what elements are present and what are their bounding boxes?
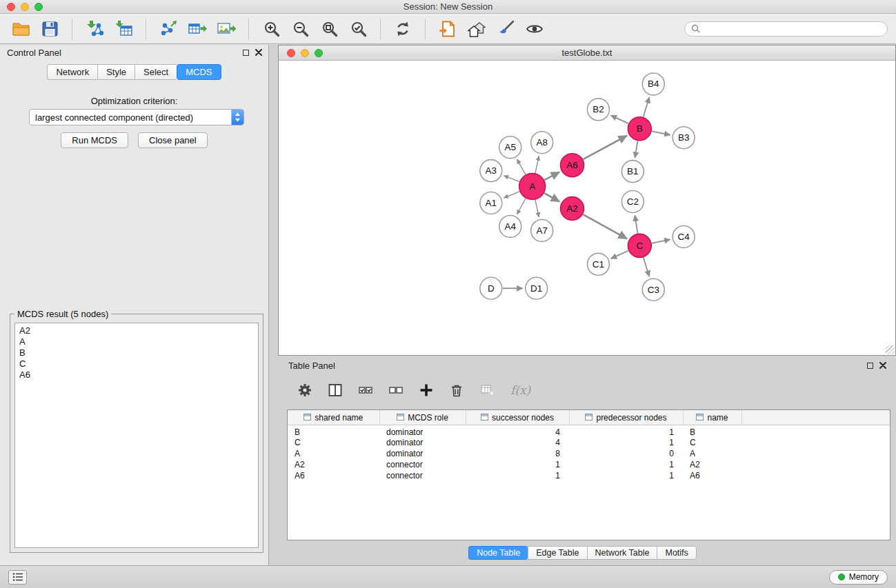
- select-all-button[interactable]: [357, 382, 374, 398]
- edge-B-B1[interactable]: [635, 141, 638, 158]
- run-mcds-button[interactable]: Run MCDS: [61, 132, 128, 148]
- resize-grip[interactable]: [886, 345, 895, 354]
- close-window-icon[interactable]: [7, 3, 15, 11]
- edge-A-A6[interactable]: [544, 172, 559, 181]
- node-B4[interactable]: B4: [642, 73, 664, 95]
- edge-C-C1[interactable]: [611, 251, 628, 258]
- node-C3[interactable]: C3: [642, 278, 664, 301]
- edge-B-B4[interactable]: [644, 97, 650, 117]
- table-row[interactable]: Adominator80A: [288, 448, 890, 459]
- export-table-button[interactable]: [185, 17, 210, 41]
- dropdown-stepper-icon[interactable]: [231, 110, 243, 125]
- import-table-button[interactable]: [111, 17, 136, 41]
- tab-edge-table[interactable]: Edge Table: [528, 546, 586, 560]
- float-panel-icon[interactable]: [243, 50, 249, 56]
- zoom-selected-button[interactable]: [346, 17, 370, 41]
- show-columns-button[interactable]: [327, 382, 344, 398]
- show-hide-button[interactable]: [522, 17, 547, 41]
- delete-column-button[interactable]: [448, 382, 465, 398]
- node-B1[interactable]: B1: [621, 161, 644, 183]
- table-row[interactable]: A6connector11A6: [288, 470, 890, 481]
- column-header-shared-name[interactable]: shared name: [288, 410, 379, 425]
- network-canvas[interactable]: B4B2BB3A8A5A6A3B1AC2A1A2A4A7C4CC1C3DD1: [279, 61, 895, 355]
- edge-B-B3[interactable]: [652, 131, 670, 134]
- save-session-button[interactable]: [37, 17, 62, 41]
- tab-network[interactable]: Network: [47, 64, 97, 80]
- node-A2[interactable]: A2: [561, 197, 584, 221]
- edge-A-A3[interactable]: [504, 176, 519, 182]
- edge-A-A7[interactable]: [535, 200, 539, 217]
- edge-A2-C[interactable]: [583, 214, 627, 239]
- column-header-name[interactable]: name: [683, 410, 741, 425]
- minimize-network-window-icon[interactable]: [301, 49, 309, 57]
- zoom-window-icon[interactable]: [34, 3, 43, 11]
- edge-A6-B[interactable]: [583, 136, 627, 159]
- column-header-MCDS-role[interactable]: MCDS role: [379, 410, 466, 425]
- node-C[interactable]: C: [628, 234, 651, 257]
- tab-select[interactable]: Select: [135, 64, 177, 80]
- export-network-button[interactable]: [156, 17, 181, 41]
- edge-C-C4[interactable]: [652, 239, 670, 243]
- table-row[interactable]: Bdominator41B: [288, 425, 890, 437]
- close-panel-button[interactable]: Close panel: [138, 132, 208, 148]
- edge-A-A2[interactable]: [544, 193, 559, 201]
- refresh-button[interactable]: [390, 17, 415, 41]
- node-A[interactable]: A: [519, 174, 546, 200]
- close-network-window-icon[interactable]: [287, 49, 295, 57]
- new-document-button[interactable]: [435, 17, 460, 41]
- node-A7[interactable]: A7: [531, 219, 553, 241]
- table-row[interactable]: A2connector11A2: [288, 459, 890, 470]
- tab-network-table[interactable]: Network Table: [587, 546, 657, 560]
- task-history-button[interactable]: [8, 570, 27, 585]
- zoom-fit-button[interactable]: [317, 17, 341, 41]
- network-window-titlebar[interactable]: testGlobe.txt: [279, 45, 895, 61]
- edge-A-A8[interactable]: [535, 156, 539, 173]
- add-column-button[interactable]: [418, 382, 435, 398]
- network-graph[interactable]: B4B2BB3A8A5A6A3B1AC2A1A2A4A7C4CC1C3DD1: [279, 61, 895, 355]
- tab-node-table[interactable]: Node Table: [468, 546, 528, 560]
- node-A5[interactable]: A5: [499, 136, 521, 159]
- edge-A-A4[interactable]: [517, 199, 526, 214]
- table-row[interactable]: Cdominator41C: [288, 437, 890, 448]
- function-builder-button[interactable]: f(x): [510, 383, 530, 397]
- column-header-successor-nodes[interactable]: successor nodes: [466, 410, 569, 425]
- node-B[interactable]: B: [628, 117, 651, 141]
- criterion-dropdown[interactable]: largest connected component (directed): [29, 109, 244, 125]
- edge-B-B2[interactable]: [611, 115, 629, 123]
- node-A6[interactable]: A6: [561, 154, 584, 177]
- edge-A-A1[interactable]: [504, 192, 519, 198]
- node-C1[interactable]: C1: [587, 253, 609, 275]
- deselect-all-button[interactable]: [388, 382, 404, 398]
- node-C2[interactable]: C2: [621, 191, 644, 213]
- memory-button[interactable]: Memory: [829, 570, 888, 585]
- edge-C-C3[interactable]: [644, 258, 650, 277]
- node-D1[interactable]: D1: [526, 277, 548, 299]
- node-A3[interactable]: A3: [480, 160, 502, 182]
- tab-mcds[interactable]: MCDS: [177, 64, 221, 80]
- search-field[interactable]: [684, 21, 888, 37]
- table-settings-button[interactable]: [297, 382, 313, 398]
- zoom-in-button[interactable]: [259, 17, 283, 41]
- import-network-button[interactable]: [82, 17, 107, 41]
- edge-A-A5[interactable]: [517, 159, 526, 174]
- minimize-window-icon[interactable]: [21, 3, 29, 11]
- search-input[interactable]: [704, 24, 881, 34]
- open-session-button[interactable]: [8, 17, 33, 41]
- tab-motifs[interactable]: Motifs: [657, 546, 696, 560]
- node-C4[interactable]: C4: [673, 225, 695, 247]
- zoom-network-window-icon[interactable]: [315, 49, 323, 57]
- node-A1[interactable]: A1: [480, 192, 502, 214]
- float-table-panel-icon[interactable]: [867, 363, 873, 369]
- export-image-button[interactable]: [214, 17, 239, 41]
- node-D[interactable]: D: [480, 277, 502, 299]
- node-A8[interactable]: A8: [531, 132, 553, 154]
- tab-style[interactable]: Style: [97, 64, 135, 80]
- zoom-out-button[interactable]: [288, 17, 312, 41]
- mcds-result-list[interactable]: A2ABCA6: [14, 323, 259, 548]
- style-button[interactable]: [493, 17, 518, 41]
- node-B3[interactable]: B3: [673, 127, 695, 149]
- node-B2[interactable]: B2: [587, 99, 609, 121]
- node-A4[interactable]: A4: [499, 215, 521, 237]
- close-table-panel-icon[interactable]: [879, 362, 886, 369]
- column-header-predecessor-nodes[interactable]: predecessor nodes: [569, 410, 683, 425]
